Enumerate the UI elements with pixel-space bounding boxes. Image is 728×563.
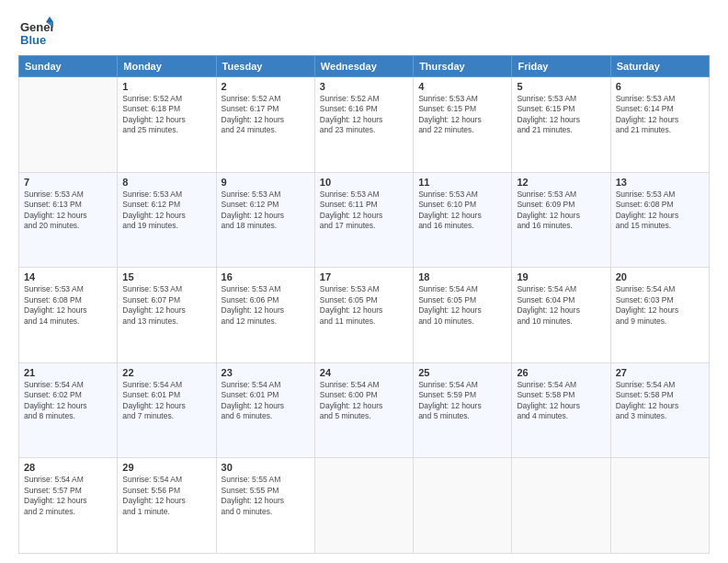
day-number: 12	[517, 177, 605, 188]
day-info: Sunrise: 5:53 AM Sunset: 6:08 PM Dayligh…	[616, 190, 704, 232]
calendar-cell: 27Sunrise: 5:54 AM Sunset: 5:58 PM Dayli…	[610, 362, 709, 458]
day-info: Sunrise: 5:54 AM Sunset: 5:56 PM Dayligh…	[122, 475, 210, 517]
day-info: Sunrise: 5:52 AM Sunset: 6:17 PM Dayligh…	[222, 94, 310, 136]
day-info: Sunrise: 5:54 AM Sunset: 5:59 PM Dayligh…	[418, 380, 506, 422]
day-of-week-header: Sunday	[19, 56, 118, 77]
day-number: 14	[24, 271, 112, 282]
day-info: Sunrise: 5:53 AM Sunset: 6:12 PM Dayligh…	[222, 190, 310, 232]
calendar-cell: 19Sunrise: 5:54 AM Sunset: 6:04 PM Dayli…	[512, 268, 610, 363]
day-info: Sunrise: 5:52 AM Sunset: 6:18 PM Dayligh…	[122, 94, 210, 136]
calendar-cell: 8Sunrise: 5:53 AM Sunset: 6:12 PM Daylig…	[118, 172, 216, 268]
day-info: Sunrise: 5:54 AM Sunset: 5:58 PM Dayligh…	[517, 380, 605, 422]
day-number: 17	[320, 271, 408, 282]
calendar-cell: 29Sunrise: 5:54 AM Sunset: 5:56 PM Dayli…	[118, 458, 216, 554]
day-number: 18	[418, 271, 506, 282]
day-number: 10	[320, 177, 408, 188]
calendar-cell: 9Sunrise: 5:53 AM Sunset: 6:12 PM Daylig…	[216, 172, 314, 268]
calendar-cell: 5Sunrise: 5:53 AM Sunset: 6:15 PM Daylig…	[512, 77, 610, 173]
day-info: Sunrise: 5:53 AM Sunset: 6:10 PM Dayligh…	[418, 190, 506, 232]
day-number: 16	[222, 271, 310, 282]
calendar-cell: 26Sunrise: 5:54 AM Sunset: 5:58 PM Dayli…	[512, 362, 610, 458]
calendar-cell: 6Sunrise: 5:53 AM Sunset: 6:14 PM Daylig…	[610, 77, 709, 173]
day-number: 11	[418, 177, 506, 188]
calendar-cell: 11Sunrise: 5:53 AM Sunset: 6:10 PM Dayli…	[414, 172, 512, 268]
svg-text:Blue: Blue	[20, 33, 46, 47]
calendar-cell: 18Sunrise: 5:54 AM Sunset: 6:05 PM Dayli…	[414, 268, 512, 363]
calendar-cell: 3Sunrise: 5:52 AM Sunset: 6:16 PM Daylig…	[314, 77, 413, 173]
calendar-cell: 14Sunrise: 5:53 AM Sunset: 6:08 PM Dayli…	[19, 268, 118, 363]
calendar-cell: 23Sunrise: 5:54 AM Sunset: 6:01 PM Dayli…	[216, 362, 314, 458]
day-info: Sunrise: 5:53 AM Sunset: 6:13 PM Dayligh…	[24, 190, 112, 232]
day-number: 19	[517, 271, 605, 282]
day-info: Sunrise: 5:54 AM Sunset: 6:04 PM Dayligh…	[517, 284, 605, 327]
day-info: Sunrise: 5:52 AM Sunset: 6:16 PM Dayligh…	[320, 94, 408, 136]
day-number: 15	[122, 271, 210, 282]
day-info: Sunrise: 5:54 AM Sunset: 6:05 PM Dayligh…	[418, 284, 506, 327]
calendar-cell: 12Sunrise: 5:53 AM Sunset: 6:09 PM Dayli…	[512, 172, 610, 268]
day-info: Sunrise: 5:54 AM Sunset: 6:03 PM Dayligh…	[616, 284, 704, 327]
calendar-cell: 30Sunrise: 5:55 AM Sunset: 5:55 PM Dayli…	[216, 458, 314, 554]
day-info: Sunrise: 5:54 AM Sunset: 6:01 PM Dayligh…	[122, 380, 210, 422]
day-number: 3	[320, 81, 408, 92]
day-number: 28	[24, 462, 112, 473]
calendar-cell: 24Sunrise: 5:54 AM Sunset: 6:00 PM Dayli…	[314, 362, 413, 458]
calendar-cell	[610, 458, 709, 554]
calendar-cell: 16Sunrise: 5:53 AM Sunset: 6:06 PM Dayli…	[216, 268, 314, 363]
day-number: 13	[616, 177, 704, 188]
day-number: 30	[222, 462, 310, 473]
day-info: Sunrise: 5:55 AM Sunset: 5:55 PM Dayligh…	[222, 475, 310, 517]
day-of-week-header: Monday	[118, 56, 216, 77]
day-info: Sunrise: 5:54 AM Sunset: 6:00 PM Dayligh…	[320, 380, 408, 422]
day-number: 20	[616, 271, 704, 282]
day-number: 9	[222, 177, 310, 188]
day-number: 22	[122, 367, 210, 378]
page: General Blue SundayMondayTuesdayWednesda…	[0, 0, 728, 563]
svg-marker-2	[46, 17, 53, 22]
day-info: Sunrise: 5:53 AM Sunset: 6:07 PM Dayligh…	[122, 284, 210, 327]
day-info: Sunrise: 5:54 AM Sunset: 5:58 PM Dayligh…	[616, 380, 704, 422]
day-info: Sunrise: 5:53 AM Sunset: 6:09 PM Dayligh…	[517, 190, 605, 232]
calendar-cell	[314, 458, 413, 554]
day-number: 1	[122, 81, 210, 92]
calendar-cell	[512, 458, 610, 554]
day-of-week-header: Friday	[512, 56, 610, 77]
day-number: 25	[418, 367, 506, 378]
day-number: 4	[418, 81, 506, 92]
day-number: 2	[222, 81, 310, 92]
calendar-cell: 10Sunrise: 5:53 AM Sunset: 6:11 PM Dayli…	[314, 172, 413, 268]
day-info: Sunrise: 5:53 AM Sunset: 6:05 PM Dayligh…	[320, 284, 408, 327]
calendar-cell: 4Sunrise: 5:53 AM Sunset: 6:15 PM Daylig…	[414, 77, 512, 173]
day-info: Sunrise: 5:54 AM Sunset: 5:57 PM Dayligh…	[24, 475, 112, 517]
day-number: 5	[517, 81, 605, 92]
day-info: Sunrise: 5:53 AM Sunset: 6:11 PM Dayligh…	[320, 190, 408, 232]
day-number: 27	[616, 367, 704, 378]
day-number: 24	[320, 367, 408, 378]
day-of-week-header: Thursday	[414, 56, 512, 77]
day-number: 23	[222, 367, 310, 378]
calendar: SundayMondayTuesdayWednesdayThursdayFrid…	[18, 55, 710, 554]
day-number: 21	[24, 367, 112, 378]
calendar-cell: 21Sunrise: 5:54 AM Sunset: 6:02 PM Dayli…	[19, 362, 118, 458]
day-of-week-header: Wednesday	[314, 56, 413, 77]
day-number: 29	[122, 462, 210, 473]
logo-icon: General Blue	[18, 15, 53, 50]
calendar-cell: 25Sunrise: 5:54 AM Sunset: 5:59 PM Dayli…	[414, 362, 512, 458]
calendar-cell: 20Sunrise: 5:54 AM Sunset: 6:03 PM Dayli…	[610, 268, 709, 363]
day-info: Sunrise: 5:53 AM Sunset: 6:08 PM Dayligh…	[24, 284, 112, 327]
day-number: 7	[24, 177, 112, 188]
header: General Blue	[18, 15, 710, 50]
calendar-cell: 22Sunrise: 5:54 AM Sunset: 6:01 PM Dayli…	[118, 362, 216, 458]
calendar-cell: 15Sunrise: 5:53 AM Sunset: 6:07 PM Dayli…	[118, 268, 216, 363]
day-info: Sunrise: 5:54 AM Sunset: 6:02 PM Dayligh…	[24, 380, 112, 422]
day-of-week-header: Saturday	[610, 56, 709, 77]
day-info: Sunrise: 5:53 AM Sunset: 6:14 PM Dayligh…	[616, 94, 704, 136]
calendar-cell: 2Sunrise: 5:52 AM Sunset: 6:17 PM Daylig…	[216, 77, 314, 173]
day-number: 8	[122, 177, 210, 188]
calendar-cell: 28Sunrise: 5:54 AM Sunset: 5:57 PM Dayli…	[19, 458, 118, 554]
day-info: Sunrise: 5:53 AM Sunset: 6:12 PM Dayligh…	[122, 190, 210, 232]
logo: General Blue	[18, 15, 53, 50]
calendar-cell	[19, 77, 118, 173]
day-number: 26	[517, 367, 605, 378]
day-info: Sunrise: 5:54 AM Sunset: 6:01 PM Dayligh…	[222, 380, 310, 422]
day-info: Sunrise: 5:53 AM Sunset: 6:15 PM Dayligh…	[517, 94, 605, 136]
